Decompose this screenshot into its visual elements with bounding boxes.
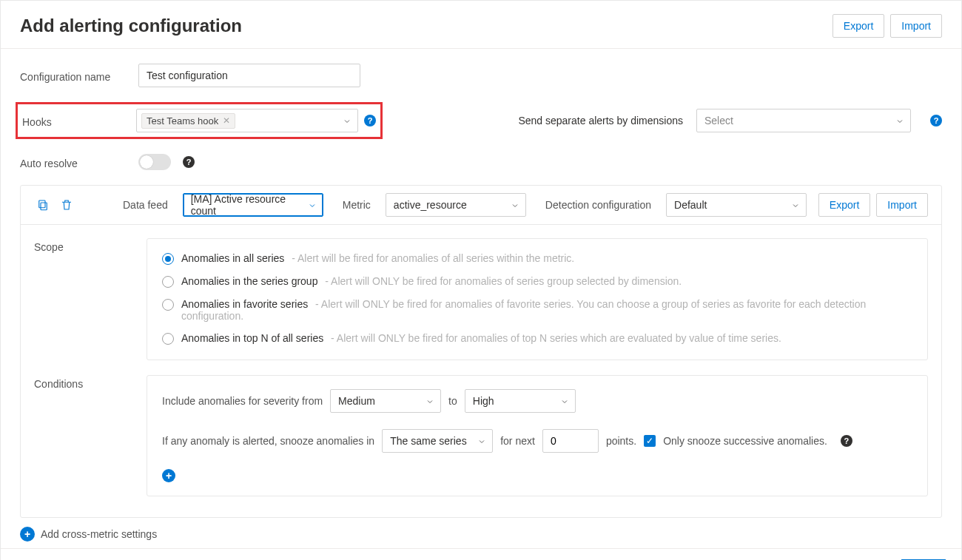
page-header: Add alerting configuration Export Import <box>1 1 961 49</box>
severity-line: Include anomalies for severity from Medi… <box>162 389 912 413</box>
scope-option-title: Anomalies in top N of all series <box>181 332 323 344</box>
config-name-row: Configuration name <box>20 64 942 87</box>
auto-resolve-row: Auto resolve ? <box>20 154 942 170</box>
dimensions-label: Send separate alerts by dimensions <box>518 115 683 126</box>
content: Configuration name Hooks Test Teams hook… <box>1 49 961 542</box>
chevron-down-icon <box>308 200 317 209</box>
hooks-help-icon[interactable]: ? <box>364 115 376 126</box>
config-name-input[interactable] <box>138 64 360 87</box>
hooks-label: Hooks <box>18 113 136 128</box>
scope-option-title: Anomalies in the series group <box>181 275 317 287</box>
radio-icon <box>162 276 174 288</box>
scope-option-series-group[interactable]: Anomalies in the series group - Alert wi… <box>162 275 912 288</box>
page: Add alerting configuration Export Import… <box>0 0 962 560</box>
metric-label: Metric <box>343 199 371 211</box>
snooze-suffix: points. <box>606 435 636 447</box>
scope-option-title: Anomalies in favorite series <box>181 298 308 310</box>
panel-head: Data feed [MA] Active resource count Met… <box>21 186 941 225</box>
data-feed-select[interactable]: [MA] Active resource count <box>183 193 323 217</box>
hooks-dimensions-row: Hooks Test Teams hook ✕ ? Send separate … <box>20 102 942 139</box>
chevron-down-icon <box>511 200 519 209</box>
hooks-select[interactable]: Test Teams hook ✕ <box>136 109 358 132</box>
toggle-knob <box>140 155 153 169</box>
config-name-label: Configuration name <box>20 68 138 83</box>
conditions-label: Conditions <box>34 375 147 496</box>
data-feed-label: Data feed <box>123 199 168 211</box>
add-condition-row: + <box>162 469 912 482</box>
metric-value: active_resource <box>394 199 467 211</box>
severity-to-select[interactable]: High <box>465 389 576 413</box>
panel-export-button[interactable]: Export <box>818 193 870 217</box>
hook-tag-text: Test Teams hook <box>147 115 218 126</box>
detection-label: Detection configuration <box>545 199 651 211</box>
severity-to-word: to <box>448 395 457 407</box>
scope-option-title: Anomalies in all series <box>181 252 284 264</box>
snooze-scope-select[interactable]: The same series <box>382 429 493 453</box>
hook-tag: Test Teams hook ✕ <box>141 113 235 129</box>
auto-resolve-help-icon[interactable]: ? <box>183 156 195 168</box>
radio-icon <box>162 253 174 265</box>
cross-metric-label: Add cross-metric settings <box>41 528 157 540</box>
chevron-down-icon <box>791 200 800 209</box>
remove-hook-icon[interactable]: ✕ <box>223 116 230 125</box>
delete-icon[interactable] <box>58 196 75 214</box>
snooze-prefix: If any anomaly is alerted, snooze anomal… <box>162 435 374 447</box>
dimensions-select[interactable]: Select <box>696 109 911 132</box>
hooks-highlight: Hooks Test Teams hook ✕ ? <box>16 102 383 139</box>
export-button[interactable]: Export <box>832 14 884 38</box>
dimensions-group: Send separate alerts by dimensions Selec… <box>518 109 942 132</box>
severity-to-value: High <box>473 395 494 407</box>
dimensions-help-icon[interactable]: ? <box>930 115 942 126</box>
metric-select[interactable]: active_resource <box>386 193 526 217</box>
plus-icon: + <box>20 527 35 542</box>
panel-import-button[interactable]: Import <box>876 193 928 217</box>
conditions-content: Include anomalies for severity from Medi… <box>147 375 928 496</box>
scope-option-desc: - Alert will be fired for anomalies of a… <box>292 252 574 264</box>
radio-icon <box>162 333 174 345</box>
chevron-down-icon <box>343 116 352 125</box>
snooze-scope-value: The same series <box>390 435 466 447</box>
severity-from-select[interactable]: Medium <box>330 389 441 413</box>
snooze-mid: for next <box>500 435 535 447</box>
auto-resolve-toggle[interactable] <box>138 154 171 170</box>
svg-rect-0 <box>41 203 47 210</box>
severity-from-value: Medium <box>338 395 375 407</box>
scope-content: Anomalies in all series - Alert will be … <box>147 238 928 360</box>
snooze-help-icon[interactable]: ? <box>841 435 852 447</box>
scope-option-all-series[interactable]: Anomalies in all series - Alert will be … <box>162 252 912 265</box>
dimensions-placeholder: Select <box>704 115 733 126</box>
header-actions: Export Import <box>832 14 942 38</box>
footer: Cancel Save <box>1 548 961 560</box>
scope-option-favorite[interactable]: Anomalies in favorite series - Alert wil… <box>162 298 912 322</box>
only-successive-label: Only snooze successive anomalies. <box>663 435 827 447</box>
metric-panel: Data feed [MA] Active resource count Met… <box>20 185 942 518</box>
only-successive-checkbox[interactable]: ✓ <box>644 435 656 447</box>
scope-label: Scope <box>34 238 147 360</box>
copy-icon[interactable] <box>34 196 52 214</box>
import-button[interactable]: Import <box>890 14 942 38</box>
svg-rect-1 <box>39 200 45 208</box>
severity-prefix: Include anomalies for severity from <box>162 395 323 407</box>
scope-option-top-n[interactable]: Anomalies in top N of all series - Alert… <box>162 332 912 345</box>
snooze-line: If any anomaly is alerted, snooze anomal… <box>162 429 912 453</box>
page-title: Add alerting configuration <box>20 16 242 36</box>
chevron-down-icon <box>895 116 904 125</box>
snooze-points-input[interactable] <box>542 429 599 453</box>
panel-body: Scope Anomalies in all series - Alert wi… <box>21 225 941 517</box>
detection-value: Default <box>674 199 707 211</box>
auto-resolve-label: Auto resolve <box>20 155 138 169</box>
scope-section: Scope Anomalies in all series - Alert wi… <box>34 238 928 360</box>
chevron-down-icon <box>477 436 486 445</box>
add-cross-metric-button[interactable]: + Add cross-metric settings <box>20 527 942 542</box>
scope-option-desc: - Alert will ONLY be fired for anomalies… <box>331 332 781 344</box>
panel-actions: Export Import <box>818 193 928 217</box>
scope-option-desc: - Alert will ONLY be fired for anomalies… <box>325 275 682 287</box>
add-condition-button[interactable]: + <box>162 469 175 482</box>
chevron-down-icon <box>426 397 434 405</box>
detection-select[interactable]: Default <box>666 193 807 217</box>
conditions-section: Conditions Include anomalies for severit… <box>34 375 928 496</box>
radio-icon <box>162 299 174 311</box>
chevron-down-icon <box>560 397 569 405</box>
data-feed-value: [MA] Active resource count <box>191 193 303 217</box>
